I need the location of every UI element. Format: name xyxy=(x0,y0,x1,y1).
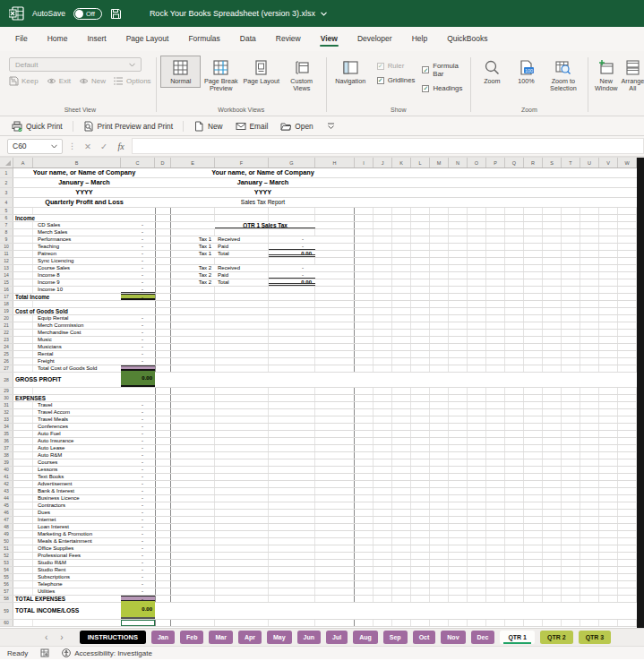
cell-label-B41[interactable]: Text Books xyxy=(13,474,121,480)
cell-C45[interactable]: - xyxy=(121,502,155,509)
menu-tab-insert[interactable]: Insert xyxy=(77,29,116,49)
cell-G52[interactable] xyxy=(269,553,315,559)
cell-C49[interactable]: - xyxy=(121,531,155,537)
empty-columns-I-W-row-16[interactable] xyxy=(355,287,637,293)
row-header-21[interactable]: 21 xyxy=(0,322,13,329)
cell-E18[interactable] xyxy=(171,301,215,307)
cell-G17[interactable] xyxy=(269,294,315,300)
cell-title-left[interactable]: Your name, or Name of Company xyxy=(13,168,155,177)
cell-F42[interactable] xyxy=(215,481,269,487)
cell-C20[interactable]: - xyxy=(121,315,155,322)
row-header-35[interactable]: 35 xyxy=(0,431,13,437)
cell-title-right[interactable]: Sales Tax Report xyxy=(171,198,355,207)
cell-F31[interactable] xyxy=(215,402,269,408)
cell-E35[interactable] xyxy=(171,431,215,437)
cell-G30[interactable] xyxy=(269,395,315,401)
cell-C42[interactable]: - xyxy=(121,481,155,487)
cell-F12[interactable] xyxy=(215,258,269,264)
cell-D55[interactable] xyxy=(155,574,171,580)
cell-H21[interactable] xyxy=(315,322,355,329)
cell-E48[interactable] xyxy=(171,524,215,530)
cell-F16[interactable] xyxy=(215,287,269,293)
empty-columns-I-W-row-20[interactable] xyxy=(355,315,637,322)
cell-F48[interactable] xyxy=(215,524,269,530)
cell-H12[interactable] xyxy=(315,258,355,264)
column-header-F[interactable]: F xyxy=(215,158,269,167)
open-button[interactable]: Open xyxy=(276,119,317,133)
cell-G60[interactable] xyxy=(269,620,315,626)
cell-H55[interactable] xyxy=(315,574,355,580)
row-header-52[interactable]: 52 xyxy=(0,553,13,559)
cell-G19[interactable] xyxy=(269,308,315,314)
cell-H8[interactable] xyxy=(315,229,355,236)
cell-G16[interactable] xyxy=(269,287,315,293)
empty-columns-I-W-row-44[interactable] xyxy=(355,495,637,502)
cell-label-B43[interactable]: Bank & Interest xyxy=(13,488,121,494)
cell-D44[interactable] xyxy=(155,495,171,502)
new-document-button[interactable]: New xyxy=(189,119,228,133)
empty-columns-I-W-row-25[interactable] xyxy=(355,351,637,357)
tax-prefix-E15[interactable]: Tax 2 xyxy=(171,279,215,286)
cell-F26[interactable] xyxy=(215,358,269,365)
empty-columns-I-W-row-23[interactable] xyxy=(355,337,637,343)
cell-G37[interactable] xyxy=(269,445,315,451)
cell-H49[interactable] xyxy=(315,531,355,537)
cell-D53[interactable] xyxy=(155,560,171,566)
cell-G20[interactable] xyxy=(269,315,315,322)
cell-D26[interactable] xyxy=(155,358,171,365)
cell-H9[interactable] xyxy=(315,236,355,243)
cell-C25[interactable]: - xyxy=(121,351,155,357)
sales-tax-header[interactable]: QTR 1 Sales Tax xyxy=(215,222,315,228)
cell-H47[interactable] xyxy=(315,517,355,523)
cell-D29[interactable] xyxy=(155,388,171,394)
column-header-E[interactable]: E xyxy=(171,158,215,167)
cell-D35[interactable] xyxy=(155,431,171,437)
column-header-B[interactable]: B xyxy=(33,158,121,167)
cell-F35[interactable] xyxy=(215,431,269,437)
sheet-tab-nov[interactable]: Nov xyxy=(441,631,465,644)
cell-E21[interactable] xyxy=(171,322,215,329)
cell-F34[interactable] xyxy=(215,424,269,430)
cell-E54[interactable] xyxy=(171,567,215,573)
cell-D49[interactable] xyxy=(155,531,171,537)
cell-G32[interactable] xyxy=(269,409,315,416)
empty-columns-I-W-row-12[interactable] xyxy=(355,258,637,264)
column-header-H[interactable]: H xyxy=(315,158,355,167)
cell-C18[interactable] xyxy=(121,301,155,307)
sheet-tab-qtr-3[interactable]: QTR 3 xyxy=(579,631,612,644)
cell-label-B37[interactable]: Auto Lease xyxy=(13,445,121,451)
cell-C51[interactable]: - xyxy=(121,545,155,552)
cell-C50[interactable]: - xyxy=(121,538,155,545)
cell-F39[interactable] xyxy=(215,459,269,466)
empty-columns-I-W-row-40[interactable] xyxy=(355,467,637,473)
sheet-nav-right-icon[interactable]: › xyxy=(56,633,66,642)
cell-F22[interactable] xyxy=(215,330,269,336)
cell-H50[interactable] xyxy=(315,538,355,545)
cell-G29[interactable] xyxy=(269,388,315,394)
enter-check-icon[interactable]: ✓ xyxy=(98,142,110,151)
row-header-7[interactable]: 7 xyxy=(0,222,13,228)
tax-value-G14[interactable]: - xyxy=(269,272,315,279)
column-header-D[interactable]: D xyxy=(155,158,171,167)
save-icon[interactable] xyxy=(110,8,122,20)
cell-label-B13[interactable]: Course Sales xyxy=(13,265,121,271)
row-header-2[interactable]: 2 xyxy=(0,178,13,187)
cell-E16[interactable] xyxy=(171,287,215,293)
cell-G43[interactable] xyxy=(269,488,315,494)
cell-C26[interactable]: - xyxy=(121,358,155,365)
column-header-Q[interactable]: Q xyxy=(505,158,524,167)
row-header-59[interactable]: 59 xyxy=(0,603,13,619)
cell-D9[interactable] xyxy=(155,236,171,243)
cell-H38[interactable] xyxy=(315,452,355,459)
headings-checkbox[interactable]: ✓ Headings xyxy=(422,84,465,92)
row-header-39[interactable]: 39 xyxy=(0,459,13,466)
cell-H24[interactable] xyxy=(315,344,355,350)
cell-D39[interactable] xyxy=(155,459,171,466)
cell-label-B25[interactable]: Rental xyxy=(13,351,121,357)
cell-label-B22[interactable]: Merchandise Cost xyxy=(13,330,121,336)
cell-F37[interactable] xyxy=(215,445,269,451)
row-header-22[interactable]: 22 xyxy=(0,330,13,336)
cell-label-B40[interactable]: Lessons xyxy=(13,467,121,473)
sheet-view-options-button[interactable]: Options xyxy=(114,76,151,86)
sheet-tab-feb[interactable]: Feb xyxy=(180,631,203,644)
